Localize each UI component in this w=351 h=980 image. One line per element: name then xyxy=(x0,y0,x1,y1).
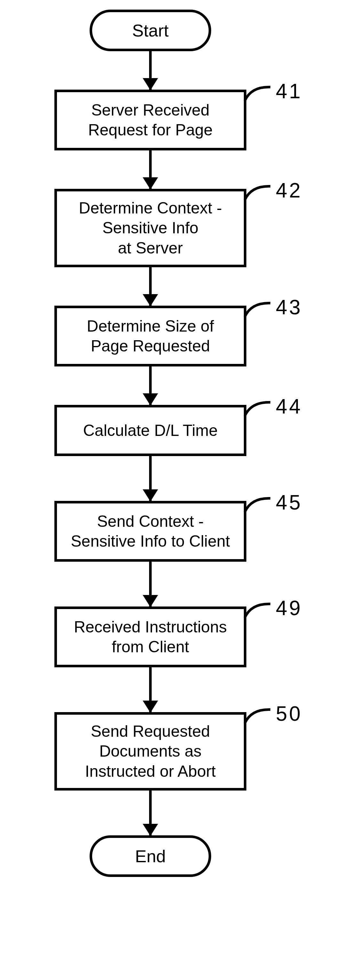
arrow-44-45 xyxy=(149,456,152,501)
arrow-49-50 xyxy=(149,667,152,712)
text-line: Send Context - xyxy=(97,512,204,530)
start-text: Start xyxy=(132,21,168,40)
label-42: 42 xyxy=(276,178,302,202)
callout-tick-44 xyxy=(243,398,272,421)
process-45: Send Context - Sensitive Info to Client xyxy=(54,501,246,562)
text-line: Calculate D/L Time xyxy=(83,422,218,439)
callout-tick-45 xyxy=(243,495,272,517)
label-50: 50 xyxy=(276,702,302,725)
label-44: 44 xyxy=(276,395,302,418)
callout-tick-42 xyxy=(243,183,272,205)
arrow-42-43 xyxy=(149,267,152,305)
text-line: Sensitive Info xyxy=(102,219,199,237)
process-41: Server Received Request for Page xyxy=(54,90,246,150)
process-42-text: Determine Context - Sensitive Info at Se… xyxy=(79,198,222,258)
process-49-text: Received Instructions from Client xyxy=(74,617,227,657)
callout-tick-41 xyxy=(243,83,272,106)
callout-tick-49 xyxy=(243,600,272,622)
process-44: Calculate D/L Time xyxy=(54,405,246,456)
text-line: Server Received xyxy=(91,101,210,119)
text-line: at Server xyxy=(118,239,183,257)
process-43-text: Determine Size of Page Requested xyxy=(87,316,214,356)
end-text: End xyxy=(135,846,166,866)
process-42: Determine Context - Sensitive Info at Se… xyxy=(54,189,246,267)
flowchart-canvas: Start Server Received Request for Page 4… xyxy=(0,0,351,980)
process-50: Send Requested Documents as Instructed o… xyxy=(54,712,246,791)
arrow-41-42 xyxy=(149,150,152,189)
start-terminator: Start xyxy=(90,10,211,51)
callout-tick-43 xyxy=(243,299,272,321)
process-45-text: Send Context - Sensitive Info to Client xyxy=(71,511,230,552)
callout-tick-50 xyxy=(243,706,272,728)
process-44-text: Calculate D/L Time xyxy=(83,420,218,441)
arrow-45-49 xyxy=(149,562,152,606)
label-43: 43 xyxy=(276,296,302,319)
process-41-text: Server Received Request for Page xyxy=(88,100,213,140)
arrow-43-44 xyxy=(149,366,152,405)
arrow-50-end xyxy=(149,791,152,835)
process-43: Determine Size of Page Requested xyxy=(54,305,246,366)
text-line: Documents as xyxy=(99,742,202,760)
text-line: Page Requested xyxy=(91,337,210,355)
text-line: Send Requested xyxy=(91,722,210,740)
text-line: Instructed or Abort xyxy=(85,762,216,780)
text-line: Request for Page xyxy=(88,121,213,139)
label-45: 45 xyxy=(276,491,302,514)
text-line: Received Instructions xyxy=(74,618,227,636)
process-50-text: Send Requested Documents as Instructed o… xyxy=(85,721,216,781)
process-49: Received Instructions from Client xyxy=(54,606,246,667)
label-49: 49 xyxy=(276,596,302,620)
label-41: 41 xyxy=(276,80,302,103)
text-line: Determine Context - xyxy=(79,199,222,217)
text-line: from Client xyxy=(112,638,189,656)
arrow-start-41 xyxy=(149,51,152,90)
text-line: Sensitive Info to Client xyxy=(71,532,230,550)
text-line: Determine Size of xyxy=(87,317,214,335)
end-terminator: End xyxy=(90,835,211,877)
